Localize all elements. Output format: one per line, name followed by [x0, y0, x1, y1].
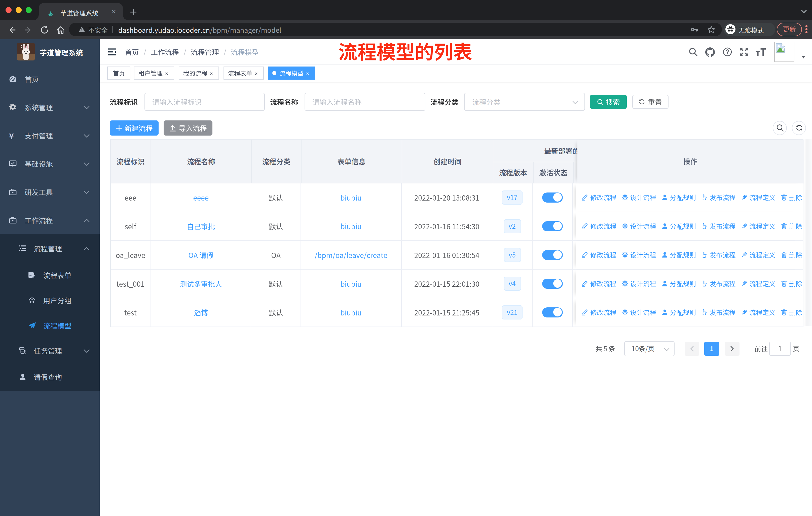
action-design-process[interactable]: 设计流程 [621, 279, 656, 288]
action-edit-process[interactable]: 修改流程 [582, 250, 616, 260]
action-publish-process[interactable]: 发布流程 [701, 221, 736, 231]
sidebar-item-process-model[interactable]: 流程模型 [0, 313, 100, 338]
password-key-icon[interactable] [690, 25, 699, 33]
action-assign-rule[interactable]: 分配规则 [661, 250, 696, 260]
reset-button[interactable]: 重置 [632, 95, 668, 109]
cell-name-link[interactable]: 测试多审批人 [151, 269, 252, 298]
action-delete[interactable]: 删除 [781, 279, 802, 288]
cell-form-link[interactable]: biubiu [301, 269, 402, 298]
not-secure-warning-icon[interactable] [79, 26, 85, 32]
github-icon[interactable] [705, 47, 715, 57]
tag-home[interactable]: 首页 [107, 66, 130, 80]
tag-close-icon[interactable]: × [304, 67, 311, 80]
action-design-process[interactable]: 设计流程 [621, 307, 656, 317]
tag-close-icon[interactable]: × [253, 67, 259, 80]
new-tab-button[interactable] [129, 7, 138, 17]
home-icon[interactable] [56, 25, 65, 34]
filter-key-input[interactable]: 请输入流程标识 [144, 93, 265, 111]
action-assign-rule[interactable]: 分配规则 [661, 278, 696, 289]
sidebar-item-home[interactable]: 首页 [0, 65, 100, 93]
action-design-process[interactable]: 设计流程 [621, 221, 656, 231]
sidebar-item-payment[interactable]: ¥ 支付管理 [0, 121, 100, 150]
filter-name-input[interactable]: 请输入流程名称 [304, 93, 425, 111]
action-edit-process[interactable]: 修改流程 [582, 221, 616, 231]
version-tag[interactable]: v4 [504, 276, 521, 291]
macos-close-button[interactable] [5, 7, 11, 13]
sidebar-item-leave-query[interactable]: 请假查询 [0, 363, 100, 390]
action-process-definition[interactable]: 流程定义 [741, 221, 776, 231]
action-publish-process[interactable]: 发布流程 [701, 307, 736, 317]
cell-form-link[interactable]: biubiu [301, 183, 402, 211]
tag-process-model[interactable]: 流程模型× [268, 66, 315, 80]
action-edit-process[interactable]: 修改流程 [582, 192, 616, 202]
search-icon[interactable] [689, 47, 698, 56]
action-assign-rule[interactable]: 分配规则 [661, 221, 696, 231]
action-process-definition[interactable]: 流程定义 [741, 250, 776, 260]
next-page-button[interactable] [725, 342, 739, 356]
user-avatar-broken-image[interactable] [774, 42, 794, 62]
sidebar-item-devtools[interactable]: 研发工具 [0, 178, 100, 206]
tag-close-icon[interactable]: × [164, 67, 170, 80]
action-assign-rule[interactable]: 分配规则 [661, 307, 696, 317]
back-icon[interactable] [7, 25, 17, 34]
action-design-process[interactable]: 设计流程 [621, 192, 656, 202]
sidebar-item-workflow[interactable]: 工作流程 [0, 206, 100, 234]
macos-zoom-button[interactable] [26, 7, 32, 13]
address-bar[interactable]: 不安全 dashboard.yudao.iocoder.cn/bpm/manag… [69, 22, 722, 36]
active-toggle[interactable] [542, 307, 562, 317]
current-page-button[interactable]: 1 [704, 342, 719, 356]
search-button[interactable]: 搜索 [590, 95, 627, 109]
cell-name-link[interactable]: OA 请假 [151, 241, 252, 269]
fullscreen-icon[interactable] [740, 47, 749, 56]
sidebar-item-infrastructure[interactable]: 基础设施 [0, 150, 100, 178]
breadcrumb-workflow[interactable]: 工作流程 [151, 47, 179, 57]
action-publish-process[interactable]: 发布流程 [701, 192, 736, 202]
avatar-caret-icon[interactable] [802, 56, 806, 58]
active-toggle[interactable] [542, 192, 562, 202]
browser-tab[interactable]: 芋道管理系统 × [38, 3, 123, 20]
sidebar-item-system[interactable]: 系统管理 [0, 93, 100, 121]
macos-minimize-button[interactable] [16, 7, 22, 13]
active-toggle[interactable] [542, 221, 562, 231]
chrome-update-button[interactable]: 更新 [777, 22, 802, 36]
sidebar-item-process-mgmt[interactable]: 流程管理 [0, 234, 100, 263]
version-tag[interactable]: v17 [502, 190, 523, 204]
pagination-goto-input[interactable]: 1 [769, 342, 791, 356]
reload-icon[interactable] [40, 25, 49, 34]
action-delete[interactable]: 删除 [781, 221, 802, 231]
action-publish-process[interactable]: 发布流程 [701, 250, 736, 260]
tag-process-form[interactable]: 流程表单× [224, 66, 264, 80]
forward-icon[interactable] [24, 25, 33, 34]
breadcrumb-process-mgmt[interactable]: 流程管理 [191, 47, 219, 57]
show-search-toggle-button[interactable] [773, 121, 787, 135]
action-edit-process[interactable]: 修改流程 [582, 279, 616, 288]
version-tag[interactable]: v21 [502, 305, 523, 319]
sidebar-collapse-icon[interactable] [108, 48, 116, 56]
bookmark-star-icon[interactable] [707, 25, 715, 33]
action-process-definition[interactable]: 流程定义 [741, 307, 776, 317]
cell-name-link[interactable]: 自己审批 [151, 212, 252, 240]
create-process-button[interactable]: 新建流程 [110, 120, 158, 136]
action-delete[interactable]: 删除 [781, 250, 802, 260]
action-delete[interactable]: 删除 [781, 192, 802, 202]
refresh-table-button[interactable] [792, 121, 806, 135]
cell-form-link[interactable]: biubiu [301, 212, 402, 240]
active-toggle[interactable] [542, 278, 562, 289]
font-size-icon[interactable] [756, 48, 766, 56]
action-assign-rule[interactable]: 分配规则 [661, 192, 696, 202]
sidebar-logo[interactable]: 芋道管理系统 [0, 39, 100, 64]
tag-close-icon[interactable]: × [208, 67, 214, 80]
prev-page-button[interactable] [685, 342, 699, 356]
sidebar-item-user-group[interactable]: 用户分组 [0, 288, 100, 313]
browser-menu-icon[interactable] [806, 25, 808, 33]
version-tag[interactable]: v5 [504, 248, 521, 262]
cell-name-link[interactable]: eeee [151, 183, 252, 211]
cell-form-link[interactable]: /bpm/oa/leave/create [301, 241, 402, 269]
version-tag[interactable]: v2 [504, 219, 521, 233]
sidebar-item-process-form[interactable]: 流程表单 [0, 263, 100, 288]
breadcrumb-home[interactable]: 首页 [125, 47, 139, 57]
action-publish-process[interactable]: 发布流程 [701, 279, 736, 288]
page-size-select[interactable]: 10条/页 [624, 341, 674, 356]
tab-search-chevron-icon[interactable] [801, 9, 807, 13]
cell-name-link[interactable]: 滔博 [151, 298, 252, 326]
